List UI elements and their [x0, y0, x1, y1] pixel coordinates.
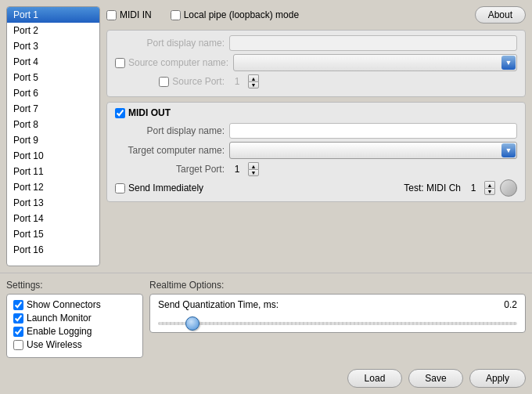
port-item-15[interactable]: Port 15 — [7, 226, 99, 242]
launch_monitor-label: Launch Monitor — [27, 313, 92, 324]
target-computer-select[interactable] — [229, 142, 517, 159]
port-item-9[interactable]: Port 9 — [7, 132, 99, 148]
main-container: Port 1Port 2Port 3Port 4Port 5Port 6Port… — [0, 0, 532, 394]
show_connectors-row[interactable]: Show Connectors — [13, 299, 136, 310]
port-item-16[interactable]: Port 16 — [7, 242, 99, 258]
port-item-5[interactable]: Port 5 — [7, 70, 99, 85]
source-port-checkbox[interactable] — [159, 77, 169, 87]
show_connectors-label: Show Connectors — [27, 299, 101, 310]
source-computer-checkbox[interactable] — [115, 58, 125, 68]
target-port-down-btn[interactable]: ▼ — [248, 169, 259, 176]
source-computer-select-wrapper — [233, 54, 517, 71]
port-list: Port 1Port 2Port 3Port 4Port 5Port 6Port… — [6, 6, 100, 266]
about-button[interactable]: About — [475, 6, 526, 23]
test-ch-value: 1 — [466, 183, 481, 193]
local-pipe-checkbox[interactable] — [171, 10, 181, 20]
source-computer-row: Source computer name: — [115, 54, 517, 71]
target-computer-row: Target computer name: — [115, 142, 517, 159]
settings-panel: Settings: Show ConnectorsLaunch MonitorE… — [6, 280, 143, 358]
target-computer-label: Target computer name: — [115, 145, 225, 156]
midi-in-checkbox[interactable] — [106, 10, 117, 20]
settings-box: Show ConnectorsLaunch MonitorEnable Logg… — [6, 294, 143, 358]
midi-out-checkbox-label[interactable]: MIDI OUT — [115, 107, 171, 118]
test-ch-stepper-controls: ▲ ▼ — [484, 181, 495, 195]
port-item-11[interactable]: Port 11 — [7, 164, 99, 179]
target-port-value: 1 — [229, 164, 245, 175]
port-item-12[interactable]: Port 12 — [7, 179, 99, 195]
target-port-label: Target Port: — [115, 164, 225, 175]
realtime-box: Send Quantization Time, ms: 0.2 — [149, 294, 526, 333]
test-ch-stepper: 1 ▲ ▼ — [466, 181, 495, 195]
test-label: Test: MIDI Ch — [404, 183, 461, 193]
load-button[interactable]: Load — [347, 369, 402, 388]
target-computer-select-wrapper — [229, 142, 517, 159]
port-item-10[interactable]: Port 10 — [7, 148, 99, 164]
enable_logging-row[interactable]: Enable Logging — [13, 326, 136, 337]
enable_logging-label: Enable Logging — [27, 326, 92, 337]
quantization-slider[interactable] — [158, 322, 517, 325]
config-top-bar: MIDI IN Local pipe (loopback) mode About — [106, 6, 526, 23]
use_wireless-row[interactable]: Use Wireless — [13, 339, 136, 350]
send-immediately-label[interactable]: Send Immediately — [115, 183, 203, 193]
port-display-name-input-out[interactable] — [229, 123, 517, 139]
use_wireless-checkbox[interactable] — [13, 340, 23, 350]
source-port-checkbox-label[interactable]: Source Port: — [115, 76, 225, 87]
target-port-stepper: 1 ▲ ▼ — [229, 162, 259, 176]
port-display-name-row-out: Port display name: — [115, 123, 517, 139]
source-port-stepper-controls: ▲ ▼ — [248, 74, 259, 89]
source-port-label: Source Port: — [172, 76, 225, 87]
midi-out-header: MIDI OUT — [115, 107, 517, 118]
port-item-14[interactable]: Port 14 — [7, 211, 99, 226]
port-item-1[interactable]: Port 1 — [7, 7, 99, 23]
source-port-value: 1 — [229, 76, 245, 87]
show_connectors-checkbox[interactable] — [13, 300, 23, 310]
target-port-up-btn[interactable]: ▲ — [248, 162, 259, 169]
source-port-down-btn[interactable]: ▼ — [248, 81, 259, 89]
realtime-title: Realtime Options: — [149, 280, 526, 291]
source-computer-select[interactable] — [233, 54, 517, 71]
midi-out-label: MIDI OUT — [128, 107, 171, 118]
send-row: Send Immediately Test: MIDI Ch 1 ▲ ▼ — [115, 179, 517, 197]
target-port-stepper-controls: ▲ ▼ — [248, 162, 259, 176]
local-pipe-label: Local pipe (loopback) mode — [184, 9, 299, 20]
port-item-6[interactable]: Port 6 — [7, 85, 99, 101]
enable_logging-checkbox[interactable] — [13, 327, 23, 337]
port-display-name-label-out: Port display name: — [115, 125, 225, 136]
port-display-name-input-in[interactable] — [229, 35, 517, 51]
port-item-2[interactable]: Port 2 — [7, 23, 99, 38]
realtime-panel: Realtime Options: Send Quantization Time… — [149, 280, 526, 358]
source-computer-checkbox-label[interactable]: Source computer name: — [115, 57, 228, 68]
apply-button[interactable]: Apply — [469, 369, 526, 388]
launch_monitor-checkbox[interactable] — [13, 313, 23, 324]
port-display-name-row-in: Port display name: — [115, 35, 517, 51]
send-quantization-value: 0.2 — [504, 299, 517, 310]
launch_monitor-row[interactable]: Launch Monitor — [13, 313, 136, 324]
local-pipe-checkbox-label[interactable]: Local pipe (loopback) mode — [171, 9, 299, 20]
test-circle-indicator — [500, 179, 517, 197]
port-item-4[interactable]: Port 4 — [7, 54, 99, 70]
bottom-buttons: Load Save Apply — [0, 364, 532, 394]
midi-in-checkbox-label[interactable]: MIDI IN — [106, 9, 152, 20]
send-immediately-text: Send Immediately — [128, 183, 203, 193]
send-immediately-checkbox[interactable] — [115, 183, 125, 193]
midi-in-section: Port display name: Source computer name: — [106, 30, 526, 97]
source-port-up-btn[interactable]: ▲ — [248, 74, 259, 81]
port-item-13[interactable]: Port 13 — [7, 195, 99, 211]
source-port-stepper: 1 ▲ ▼ — [229, 74, 259, 89]
test-ch-down-btn[interactable]: ▼ — [484, 188, 495, 195]
midi-out-checkbox[interactable] — [115, 108, 125, 118]
port-item-8[interactable]: Port 8 — [7, 117, 99, 132]
port-display-name-label-in: Port display name: — [115, 38, 225, 49]
target-port-row: Target Port: 1 ▲ ▼ — [115, 162, 517, 176]
bottom-section: Settings: Show ConnectorsLaunch MonitorE… — [0, 273, 532, 364]
source-port-row: Source Port: 1 ▲ ▼ — [115, 74, 517, 89]
test-section: Test: MIDI Ch 1 ▲ ▼ — [404, 179, 517, 197]
save-button[interactable]: Save — [408, 369, 463, 388]
config-panel: MIDI IN Local pipe (loopback) mode About… — [106, 6, 526, 266]
settings-title: Settings: — [6, 280, 143, 291]
port-item-7[interactable]: Port 7 — [7, 101, 99, 117]
source-computer-label: Source computer name: — [128, 57, 228, 68]
use_wireless-label: Use Wireless — [27, 339, 82, 350]
test-ch-up-btn[interactable]: ▲ — [484, 181, 495, 188]
port-item-3[interactable]: Port 3 — [7, 38, 99, 54]
